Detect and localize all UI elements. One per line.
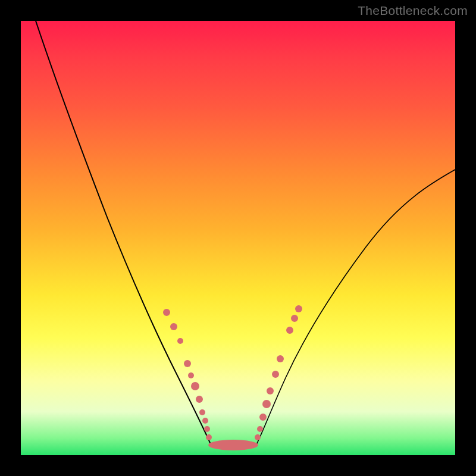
marker-right [272, 371, 279, 378]
marker-left [163, 309, 170, 316]
marker-left [199, 409, 205, 415]
marker-left [191, 382, 199, 390]
marker-right [286, 327, 293, 334]
marker-left [206, 434, 212, 440]
marker-right [277, 355, 284, 362]
marker-right [295, 305, 302, 312]
marker-left [188, 372, 194, 378]
chart-frame: TheBottleneck.com [0, 0, 476, 476]
marker-right [267, 387, 274, 394]
marker-left [204, 426, 210, 432]
marker-left [184, 360, 191, 367]
left-curve [36, 21, 211, 446]
marker-right [291, 315, 298, 322]
marker-left [202, 418, 208, 424]
marker-right [255, 434, 261, 440]
marker-right [262, 400, 271, 408]
marker-left [177, 338, 183, 344]
marker-right [259, 414, 267, 421]
base-blob [208, 440, 258, 450]
plot-area [21, 21, 455, 455]
marker-left [196, 396, 203, 403]
marker-left [170, 323, 177, 330]
right-curve [256, 170, 455, 446]
marker-right [257, 426, 263, 432]
curve-svg [21, 21, 455, 455]
watermark-text: TheBottleneck.com [358, 4, 468, 18]
